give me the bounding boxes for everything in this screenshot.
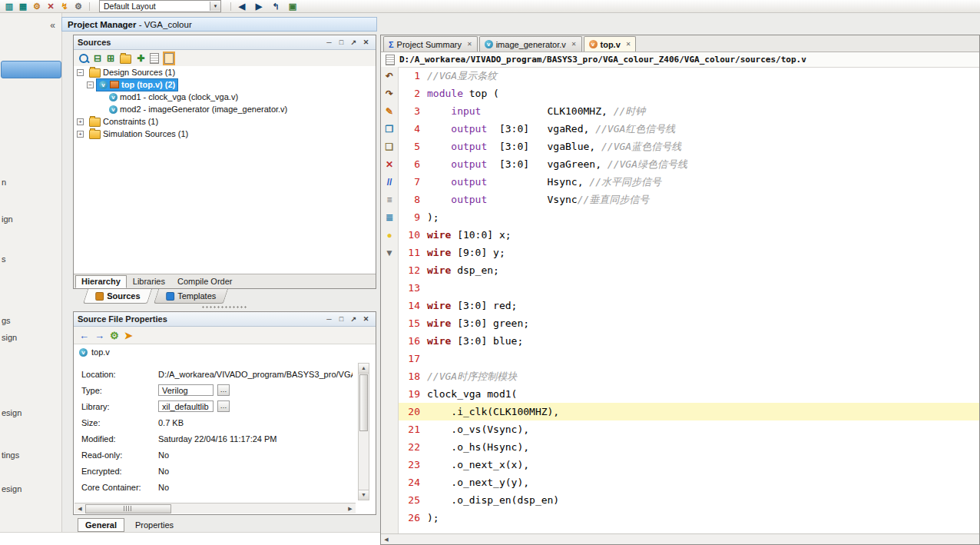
flow-navigator-item-fragment[interactable]: esign [2, 408, 22, 417]
code-line[interactable]: 8 output Vsync//垂直同步信号 [399, 191, 979, 208]
forward-icon[interactable]: → [94, 330, 104, 341]
open-folder-icon[interactable] [120, 55, 131, 64]
minimize-button[interactable]: ─ [323, 38, 335, 48]
code-line[interactable]: 17 [399, 350, 979, 367]
view-tab-hierarchy[interactable]: Hierarchy [75, 275, 127, 288]
code-line[interactable]: 5 output [3:0] vgaBlue, //VGA蓝色信号线 [399, 138, 979, 155]
editor-horizontal-scrollbar[interactable]: ◀ [381, 533, 979, 544]
expand-icon[interactable]: + [77, 118, 84, 125]
code-line[interactable]: 7 output Hsync, //水平同步信号 [399, 173, 979, 191]
close-icon[interactable]: ✕ [626, 41, 631, 48]
flow-navigator-item-fragment[interactable]: n [2, 178, 6, 187]
expand-all-icon[interactable]: ⊞ [107, 53, 114, 64]
vertical-scrollbar[interactable]: ▲ ▼ [358, 363, 369, 500]
step-back-icon[interactable]: ◀ [236, 1, 248, 12]
edit-properties-icon[interactable]: ⚙ [110, 330, 119, 341]
collapse-all-icon[interactable]: ⊟ [94, 53, 101, 64]
copy-icon[interactable]: ❐ [386, 124, 394, 135]
code-line[interactable]: 26); [399, 509, 979, 527]
editor-tab-image-generator-v[interactable]: vimage_generator.v✕ [479, 36, 582, 52]
code-line[interactable]: 9); [399, 208, 979, 226]
undo-icon[interactable]: ↶ [386, 71, 393, 81]
flow-navigator-item-fragment[interactable]: ign [2, 214, 13, 224]
close-icon[interactable]: ✕ [467, 41, 472, 48]
property-value-field[interactable]: Verilog [158, 384, 214, 396]
bottom-tab-general[interactable]: General [78, 518, 124, 532]
close-button[interactable]: ✕ [360, 314, 372, 324]
code-line[interactable]: 21 .o_vs(Vsync), [399, 420, 979, 438]
code-area[interactable]: 1//VGA显示条纹2module top (3 input CLK100MHZ… [399, 67, 979, 534]
scroll-to-selected-icon[interactable] [164, 53, 174, 64]
outdent-icon[interactable]: ≣ [386, 212, 393, 223]
code-line[interactable]: 11wire [9:0] y; [399, 244, 979, 261]
code-line[interactable]: 20 .i_clk(CLK100MHZ), [399, 403, 979, 420]
code-line[interactable]: 23 .o_next_x(x), [399, 456, 979, 474]
add-sources-icon[interactable]: ✚ [137, 53, 144, 64]
editor-tab-project-summary[interactable]: ΣProject Summary✕ [383, 36, 478, 52]
back-icon[interactable]: ← [79, 330, 89, 341]
code-line[interactable]: 25 .o_disp_en(dsp_en) [399, 491, 979, 509]
flow-navigator-item-fragment[interactable]: s [2, 254, 6, 264]
sources-tree[interactable]: −Design Sources (1)−vtop (top.v) (2)vmod… [74, 66, 376, 274]
code-line[interactable]: 2module top ( [399, 85, 979, 102]
code-line[interactable]: 1//VGA显示条纹 [399, 67, 979, 85]
layout-selector[interactable]: Default Layout ▼ [99, 0, 221, 12]
scroll-left-button[interactable]: ◀ [381, 535, 392, 544]
flow-navigator-item-fragment[interactable]: gs [2, 316, 11, 325]
edit-icon[interactable]: ✎ [386, 106, 393, 117]
scroll-down-button[interactable]: ▼ [359, 490, 369, 500]
maximize-button[interactable]: □ [336, 314, 347, 324]
property-value-field[interactable]: xil_defaultlib [158, 400, 214, 412]
light-bulb-icon[interactable]: ● [386, 230, 392, 241]
tree-item[interactable]: +Simulation Sources (1) [74, 128, 376, 140]
maximize-button[interactable]: □ [336, 38, 347, 48]
flow-navigator-item-fragment[interactable]: esign [2, 484, 22, 493]
scroll-up-button[interactable]: ▲ [359, 364, 369, 374]
splitter-grip[interactable] [201, 305, 247, 310]
step-forward-icon[interactable]: ▶ [253, 1, 265, 12]
refresh-icon[interactable] [150, 53, 159, 64]
flow-navigator-item-fragment[interactable]: tings [2, 450, 19, 460]
lightning-icon[interactable]: ↯ [58, 1, 71, 12]
tree-item[interactable]: +Constraints (1) [74, 115, 376, 128]
collapse-icon[interactable]: − [87, 81, 94, 88]
view-tab-compile-order[interactable]: Compile Order [171, 275, 239, 288]
code-line[interactable]: 14wire [3:0] red; [399, 297, 979, 314]
code-line[interactable]: 18//VGA时序控制模块 [399, 367, 979, 385]
cancel-icon[interactable]: ✕ [45, 1, 57, 12]
gear-wrench-icon[interactable]: ⚙ [31, 1, 43, 12]
float-button[interactable]: ↗ [348, 38, 359, 48]
macro-icon[interactable]: ▼ [385, 248, 394, 258]
code-line[interactable]: 13 [399, 279, 979, 297]
tree-item[interactable]: vmod1 - clock_vga (clock_vga.v) [74, 91, 376, 103]
panel-tab-sources[interactable]: Sources [83, 289, 153, 304]
redo-icon[interactable]: ↷ [386, 88, 393, 99]
select-icon[interactable]: ➤ [124, 330, 133, 341]
tree-item[interactable]: −vtop (top.v) (2) [74, 78, 376, 91]
flow-navigator-item-fragment[interactable]: sign [2, 333, 17, 342]
scrollbar-thumb[interactable] [85, 504, 171, 513]
code-line[interactable]: 10wire [10:0] x; [399, 226, 979, 244]
scroll-right-button[interactable]: ▶ [345, 504, 356, 513]
return-icon[interactable]: ↰ [270, 1, 282, 12]
browse-button[interactable]: … [217, 400, 230, 412]
panel-tab-templates[interactable]: Templates [154, 289, 228, 304]
collapse-icon[interactable]: − [77, 69, 84, 76]
tree-item[interactable]: vmod2 - imageGenerator (image_generator.… [74, 103, 376, 115]
flow-navigator-selected-item[interactable] [1, 61, 61, 78]
expand-icon[interactable]: + [77, 131, 84, 138]
save-design-icon[interactable]: ▦ [17, 1, 29, 12]
paste-icon[interactable]: ❑ [386, 141, 394, 152]
float-button[interactable]: ↗ [348, 314, 359, 324]
code-line[interactable]: 6 output [3:0] vgaGreen, //VGA绿色信号线 [399, 155, 979, 173]
code-line[interactable]: 3 input CLK100MHZ, //时钟 [399, 102, 979, 120]
code-line[interactable]: 12wire dsp_en; [399, 261, 979, 279]
delete-icon[interactable]: ✕ [386, 159, 393, 170]
toggle-comment-icon[interactable]: // [387, 177, 392, 188]
tree-item[interactable]: −Design Sources (1) [74, 66, 376, 78]
indent-icon[interactable]: ≡ [386, 194, 392, 205]
horizontal-scrollbar[interactable]: ◀ ▶ [74, 503, 356, 513]
browse-button[interactable]: … [217, 384, 230, 396]
scrollbar-thumb[interactable] [359, 374, 368, 431]
code-line[interactable]: 19clock_vga mod1( [399, 385, 979, 403]
